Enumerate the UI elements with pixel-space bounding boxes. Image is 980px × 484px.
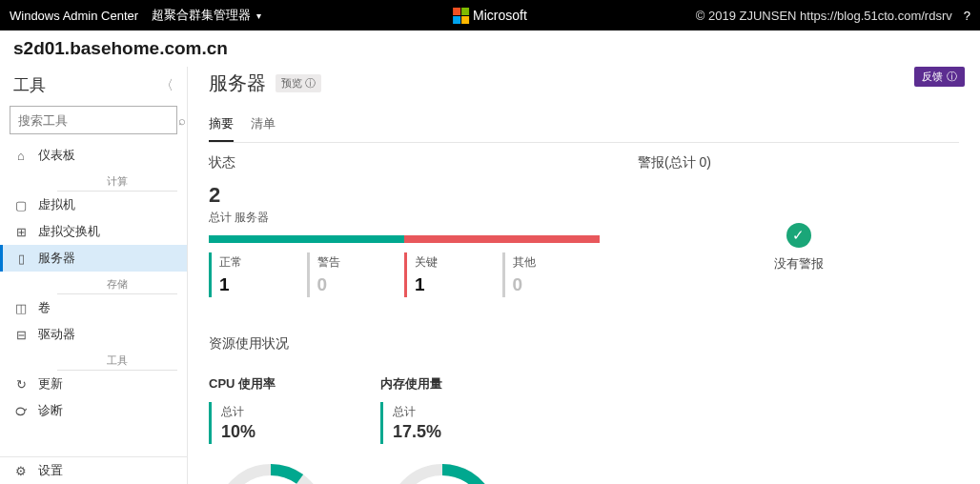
drive-icon: ⊟ bbox=[13, 328, 29, 342]
bar-seg-crit bbox=[404, 235, 600, 243]
tools-title: 工具 bbox=[13, 74, 46, 96]
sidebar-item-label: 服务器 bbox=[38, 250, 75, 267]
bar-seg-ok bbox=[209, 235, 404, 243]
stat-label: 警告 bbox=[317, 254, 398, 271]
status-title: 状态 bbox=[209, 154, 600, 171]
mem-sub: 总计 bbox=[393, 404, 495, 420]
stat-value: 0 bbox=[317, 274, 398, 295]
feedback-button[interactable]: 反馈 ⓘ bbox=[914, 67, 965, 87]
tab-summary[interactable]: 摘要 bbox=[209, 110, 234, 142]
main: 反馈 ⓘ 服务器 预览 ⓘ 摘要 清单 状态 2 总计 服务器 bbox=[188, 67, 980, 484]
sidebar-item-servers[interactable]: ▯ 服务器 bbox=[0, 245, 187, 272]
stat-label: 其他 bbox=[513, 254, 593, 271]
app-name[interactable]: Windows Admin Center bbox=[10, 9, 138, 23]
home-icon: ⌂ bbox=[13, 149, 29, 163]
stat-label: 正常 bbox=[219, 254, 299, 271]
brand-text: Microsoft bbox=[473, 8, 527, 23]
sidebar-item-label: 卷 bbox=[38, 299, 51, 316]
sidebar-item-vm[interactable]: ▢ 虚拟机 bbox=[0, 192, 187, 218]
sidebar-item-label: 诊断 bbox=[38, 402, 63, 419]
group-storage: 存储 bbox=[57, 273, 177, 294]
vm-icon: ▢ bbox=[13, 198, 29, 212]
extension-name: 超聚合群集管理器 bbox=[152, 8, 251, 22]
status-total-label: 总计 服务器 bbox=[209, 210, 600, 226]
sidebar-item-label: 更新 bbox=[38, 375, 63, 393]
sidebar-item-updates[interactable]: ↻ 更新 bbox=[0, 371, 187, 397]
group-compute: 计算 bbox=[57, 171, 177, 192]
mem-value: 17.5% bbox=[393, 422, 495, 442]
chevron-down-icon: ▾ bbox=[256, 10, 261, 21]
preview-badge[interactable]: 预览 ⓘ bbox=[276, 74, 321, 92]
sidebar-item-settings[interactable]: ⚙ 设置 bbox=[0, 457, 187, 484]
stat-other[interactable]: 其他 0 bbox=[502, 252, 601, 297]
stat-value: 1 bbox=[219, 274, 299, 295]
cpu-donut-chart bbox=[209, 457, 333, 484]
page-title: 服务器 bbox=[209, 71, 266, 96]
preview-label: 预览 bbox=[281, 76, 302, 91]
server-icon: ▯ bbox=[13, 252, 29, 266]
update-icon: ↻ bbox=[13, 377, 29, 392]
stat-label: 关键 bbox=[415, 254, 495, 271]
stat-crit[interactable]: 关键 1 bbox=[404, 252, 502, 297]
cpu-title: CPU 使用率 bbox=[209, 375, 333, 393]
info-icon: ⓘ bbox=[305, 76, 316, 91]
gear-icon: ⚙ bbox=[13, 464, 29, 478]
sidebar-item-label: 仪表板 bbox=[38, 147, 75, 164]
microsoft-logo-icon bbox=[453, 8, 469, 24]
switch-icon: ⊞ bbox=[13, 225, 29, 239]
watermark-text: © 2019 ZJUNSEN https://blog.51cto.com/rd… bbox=[696, 9, 952, 23]
feedback-label: 反馈 bbox=[922, 70, 943, 84]
check-circle-icon: ✓ bbox=[786, 223, 811, 248]
sidebar: 工具 〈 ⌕ ⌂ 仪表板 计算 ▢ 虚拟机 ⊞ 虚拟交换机 ▯ 服务器 存储 bbox=[0, 67, 188, 484]
sidebar-item-drives[interactable]: ⊟ 驱动器 bbox=[0, 321, 187, 348]
sidebar-item-label: 虚拟机 bbox=[38, 196, 75, 213]
tab-inventory[interactable]: 清单 bbox=[251, 110, 276, 142]
alerts-section: 警报(总计 0) ✓ 没有警报 bbox=[638, 154, 959, 484]
status-bar-chart bbox=[209, 235, 600, 243]
sidebar-item-label: 驱动器 bbox=[38, 326, 75, 343]
stat-value: 0 bbox=[513, 274, 593, 295]
status-total: 2 bbox=[209, 183, 600, 208]
search-input-wrap[interactable]: ⌕ bbox=[10, 106, 177, 134]
cluster-name: s2d01.basehome.com.cn bbox=[0, 30, 980, 67]
stat-ok[interactable]: 正常 1 bbox=[209, 252, 307, 297]
sidebar-item-dashboard[interactable]: ⌂ 仪表板 bbox=[0, 142, 187, 169]
stethoscope-icon: ℺ bbox=[13, 404, 29, 418]
sidebar-item-label: 设置 bbox=[38, 462, 63, 479]
extension-picker[interactable]: 超聚合群集管理器 ▾ bbox=[152, 7, 261, 24]
mem-card: 内存使用量 总计 17.5% bbox=[380, 375, 504, 484]
collapse-sidebar-icon[interactable]: 〈 bbox=[160, 77, 174, 94]
resources-title: 资源使用状况 bbox=[209, 335, 600, 353]
stat-warn[interactable]: 警告 0 bbox=[307, 252, 405, 297]
group-tools: 工具 bbox=[57, 350, 177, 371]
cpu-card: CPU 使用率 总计 10% bbox=[209, 375, 333, 484]
sidebar-item-label: 虚拟交换机 bbox=[38, 223, 100, 240]
brand: Microsoft bbox=[453, 8, 527, 24]
cpu-value: 10% bbox=[221, 422, 323, 442]
stat-value: 1 bbox=[415, 274, 495, 295]
alerts-empty-text: 没有警报 bbox=[774, 255, 824, 272]
info-icon: ⓘ bbox=[947, 70, 957, 84]
tabs: 摘要 清单 bbox=[209, 110, 959, 143]
alerts-title: 警报(总计 0) bbox=[638, 154, 959, 171]
sidebar-item-volumes[interactable]: ◫ 卷 bbox=[0, 294, 187, 321]
sidebar-item-diagnostics[interactable]: ℺ 诊断 bbox=[0, 397, 187, 424]
cpu-sub: 总计 bbox=[221, 404, 323, 420]
search-input[interactable] bbox=[18, 113, 178, 128]
sidebar-item-vswitch[interactable]: ⊞ 虚拟交换机 bbox=[0, 218, 187, 245]
topbar: Windows Admin Center 超聚合群集管理器 ▾ Microsof… bbox=[0, 0, 980, 30]
mem-title: 内存使用量 bbox=[380, 375, 504, 393]
mem-donut-chart bbox=[380, 457, 504, 484]
volume-icon: ◫ bbox=[13, 301, 29, 315]
help-icon[interactable]: ? bbox=[964, 9, 970, 23]
status-section: 状态 2 总计 服务器 正常 1 警告 0 bbox=[209, 154, 600, 484]
search-icon[interactable]: ⌕ bbox=[178, 113, 186, 128]
